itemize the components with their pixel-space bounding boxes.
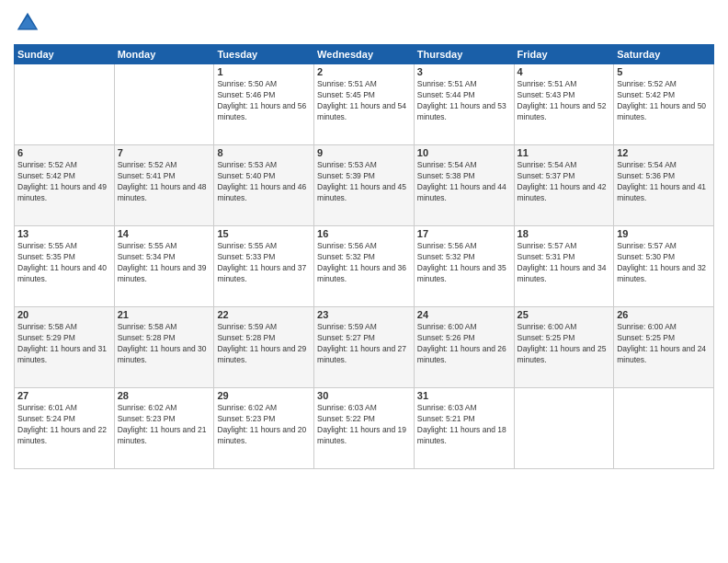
day-number: 6 [17, 147, 111, 158]
day-cell [114, 64, 214, 145]
day-number: 18 [518, 228, 611, 239]
day-number: 10 [417, 147, 511, 158]
day-cell: 10Sunrise: 5:54 AMSunset: 5:38 PMDayligh… [414, 145, 514, 226]
day-number: 20 [17, 309, 111, 320]
day-cell: 16Sunrise: 5:56 AMSunset: 5:32 PMDayligh… [314, 226, 415, 307]
day-cell: 14Sunrise: 5:55 AMSunset: 5:34 PMDayligh… [114, 226, 214, 307]
day-info: Sunrise: 5:50 AMSunset: 5:46 PMDaylight:… [217, 79, 311, 123]
day-info: Sunrise: 6:03 AMSunset: 5:22 PMDaylight:… [317, 403, 411, 447]
day-cell: 12Sunrise: 5:54 AMSunset: 5:36 PMDayligh… [614, 145, 714, 226]
day-cell: 8Sunrise: 5:53 AMSunset: 5:40 PMDaylight… [214, 145, 314, 226]
day-number: 1 [217, 66, 311, 77]
day-number: 19 [617, 228, 711, 239]
day-info: Sunrise: 5:51 AMSunset: 5:44 PMDaylight:… [417, 79, 511, 123]
day-info: Sunrise: 5:55 AMSunset: 5:34 PMDaylight:… [118, 241, 211, 285]
day-info: Sunrise: 5:54 AMSunset: 5:38 PMDaylight:… [417, 160, 511, 204]
page: SundayMondayTuesdayWednesdayThursdayFrid… [0, 0, 728, 563]
day-cell: 17Sunrise: 5:56 AMSunset: 5:32 PMDayligh… [414, 226, 514, 307]
day-number: 5 [617, 66, 711, 77]
day-cell: 25Sunrise: 6:00 AMSunset: 5:25 PMDayligh… [514, 307, 614, 388]
day-info: Sunrise: 5:57 AMSunset: 5:31 PMDaylight:… [518, 241, 611, 285]
day-cell: 2Sunrise: 5:51 AMSunset: 5:45 PMDaylight… [314, 64, 415, 145]
weekday-header-friday: Friday [514, 45, 614, 64]
day-info: Sunrise: 5:55 AMSunset: 5:33 PMDaylight:… [217, 241, 311, 285]
day-cell [514, 388, 614, 469]
day-cell: 29Sunrise: 6:02 AMSunset: 5:23 PMDayligh… [214, 388, 314, 469]
day-cell [15, 64, 115, 145]
day-number: 27 [17, 390, 111, 401]
day-cell: 23Sunrise: 5:59 AMSunset: 5:27 PMDayligh… [314, 307, 415, 388]
day-info: Sunrise: 5:51 AMSunset: 5:45 PMDaylight:… [317, 79, 411, 123]
weekday-header-row: SundayMondayTuesdayWednesdayThursdayFrid… [15, 45, 714, 64]
weekday-header-monday: Monday [114, 45, 214, 64]
day-cell: 6Sunrise: 5:52 AMSunset: 5:42 PMDaylight… [15, 145, 115, 226]
day-info: Sunrise: 5:52 AMSunset: 5:41 PMDaylight:… [118, 160, 211, 204]
weekday-header-saturday: Saturday [614, 45, 714, 64]
day-cell: 28Sunrise: 6:02 AMSunset: 5:23 PMDayligh… [114, 388, 214, 469]
day-number: 29 [217, 390, 311, 401]
day-info: Sunrise: 6:00 AMSunset: 5:26 PMDaylight:… [417, 322, 511, 366]
day-number: 9 [317, 147, 411, 158]
day-info: Sunrise: 5:58 AMSunset: 5:28 PMDaylight:… [118, 322, 211, 366]
day-cell: 9Sunrise: 5:53 AMSunset: 5:39 PMDaylight… [314, 145, 415, 226]
day-number: 23 [317, 309, 411, 320]
weekday-header-wednesday: Wednesday [314, 45, 415, 64]
day-info: Sunrise: 5:52 AMSunset: 5:42 PMDaylight:… [617, 79, 711, 123]
day-cell: 5Sunrise: 5:52 AMSunset: 5:42 PMDaylight… [614, 64, 714, 145]
day-number: 30 [317, 390, 411, 401]
day-number: 14 [118, 228, 211, 239]
day-cell: 3Sunrise: 5:51 AMSunset: 5:44 PMDaylight… [414, 64, 514, 145]
day-number: 22 [217, 309, 311, 320]
week-row-1: 1Sunrise: 5:50 AMSunset: 5:46 PMDaylight… [15, 64, 714, 145]
day-cell: 11Sunrise: 5:54 AMSunset: 5:37 PMDayligh… [514, 145, 614, 226]
weekday-header-sunday: Sunday [15, 45, 115, 64]
day-cell: 30Sunrise: 6:03 AMSunset: 5:22 PMDayligh… [314, 388, 415, 469]
day-cell: 24Sunrise: 6:00 AMSunset: 5:26 PMDayligh… [414, 307, 514, 388]
day-cell: 21Sunrise: 5:58 AMSunset: 5:28 PMDayligh… [114, 307, 214, 388]
day-number: 15 [217, 228, 311, 239]
day-info: Sunrise: 5:59 AMSunset: 5:27 PMDaylight:… [317, 322, 411, 366]
day-cell: 15Sunrise: 5:55 AMSunset: 5:33 PMDayligh… [214, 226, 314, 307]
day-info: Sunrise: 5:53 AMSunset: 5:40 PMDaylight:… [217, 160, 311, 204]
day-cell: 27Sunrise: 6:01 AMSunset: 5:24 PMDayligh… [15, 388, 115, 469]
day-number: 28 [118, 390, 211, 401]
day-cell: 31Sunrise: 6:03 AMSunset: 5:21 PMDayligh… [414, 388, 514, 469]
week-row-2: 6Sunrise: 5:52 AMSunset: 5:42 PMDaylight… [15, 145, 714, 226]
day-info: Sunrise: 6:03 AMSunset: 5:21 PMDaylight:… [417, 403, 511, 447]
day-info: Sunrise: 5:59 AMSunset: 5:28 PMDaylight:… [217, 322, 311, 366]
day-number: 3 [417, 66, 511, 77]
day-number: 12 [617, 147, 711, 158]
day-cell: 1Sunrise: 5:50 AMSunset: 5:46 PMDaylight… [214, 64, 314, 145]
day-number: 26 [617, 309, 711, 320]
day-info: Sunrise: 6:02 AMSunset: 5:23 PMDaylight:… [217, 403, 311, 447]
calendar-table: SundayMondayTuesdayWednesdayThursdayFrid… [14, 44, 714, 469]
day-number: 2 [317, 66, 411, 77]
day-info: Sunrise: 5:56 AMSunset: 5:32 PMDaylight:… [317, 241, 411, 285]
day-cell: 22Sunrise: 5:59 AMSunset: 5:28 PMDayligh… [214, 307, 314, 388]
day-info: Sunrise: 5:52 AMSunset: 5:42 PMDaylight:… [17, 160, 111, 204]
logo [14, 9, 45, 37]
day-info: Sunrise: 5:57 AMSunset: 5:30 PMDaylight:… [617, 241, 711, 285]
week-row-3: 13Sunrise: 5:55 AMSunset: 5:35 PMDayligh… [15, 226, 714, 307]
day-cell: 4Sunrise: 5:51 AMSunset: 5:43 PMDaylight… [514, 64, 614, 145]
day-number: 8 [217, 147, 311, 158]
day-info: Sunrise: 5:56 AMSunset: 5:32 PMDaylight:… [417, 241, 511, 285]
logo-icon [14, 9, 41, 37]
day-number: 25 [518, 309, 611, 320]
header [14, 9, 714, 37]
day-info: Sunrise: 5:55 AMSunset: 5:35 PMDaylight:… [17, 241, 111, 285]
day-info: Sunrise: 5:53 AMSunset: 5:39 PMDaylight:… [317, 160, 411, 204]
day-cell: 13Sunrise: 5:55 AMSunset: 5:35 PMDayligh… [15, 226, 115, 307]
day-info: Sunrise: 5:58 AMSunset: 5:29 PMDaylight:… [17, 322, 111, 366]
day-cell: 18Sunrise: 5:57 AMSunset: 5:31 PMDayligh… [514, 226, 614, 307]
day-cell: 19Sunrise: 5:57 AMSunset: 5:30 PMDayligh… [614, 226, 714, 307]
day-number: 16 [317, 228, 411, 239]
day-info: Sunrise: 6:00 AMSunset: 5:25 PMDaylight:… [617, 322, 711, 366]
day-number: 21 [118, 309, 211, 320]
day-info: Sunrise: 6:01 AMSunset: 5:24 PMDaylight:… [17, 403, 111, 447]
day-number: 4 [518, 66, 611, 77]
day-info: Sunrise: 6:02 AMSunset: 5:23 PMDaylight:… [118, 403, 211, 447]
day-number: 13 [17, 228, 111, 239]
weekday-header-thursday: Thursday [414, 45, 514, 64]
week-row-4: 20Sunrise: 5:58 AMSunset: 5:29 PMDayligh… [15, 307, 714, 388]
